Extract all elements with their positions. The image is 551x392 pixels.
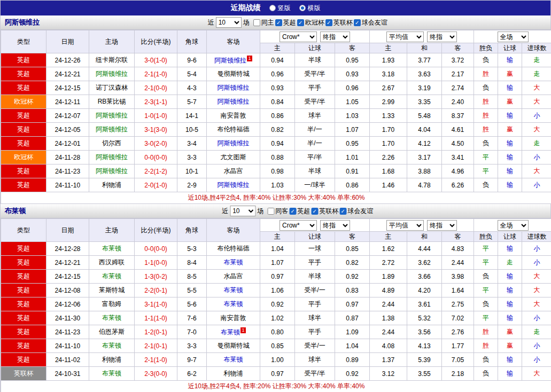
away-odds: 0.86 [335, 178, 370, 192]
odds-stage-select[interactable]: 终指 [320, 32, 350, 42]
away-team: 水晶宫 [207, 270, 260, 284]
checkbox-checked-icon: ✓ [297, 19, 304, 26]
match-date: 24-11-02 [46, 353, 89, 367]
avg-home-odds: 3.18 [370, 67, 407, 81]
corners: 8-4 [177, 256, 207, 270]
avg-away-odds: 2.75 [442, 297, 474, 311]
avg-away-odds: 8.37 [442, 109, 474, 123]
result-handicap: 赢 [498, 325, 522, 339]
red-card-badge: 1 [247, 56, 252, 61]
scope-select[interactable]: 全场 [498, 32, 529, 42]
away-team: 布莱顿 [207, 256, 260, 270]
home-team: 切尔西 [89, 137, 135, 151]
away-team: 布莱顿 [207, 284, 260, 297]
average-select[interactable]: 平均值 [386, 220, 424, 231]
match-count-select[interactable]: 10 [230, 206, 255, 216]
handicap-line: 受平/半 [295, 95, 335, 109]
result-handicap: 输 [498, 353, 522, 367]
checkbox-checked-icon: ✓ [339, 208, 346, 215]
away-odds: 0.85 [335, 242, 370, 256]
result-goals: 小 [522, 178, 551, 192]
bookmaker-select[interactable]: Crow* [280, 220, 317, 231]
result-goals: 小 [522, 242, 551, 256]
subcol-result-goals: 进球数 [522, 232, 551, 242]
match-date: 24-11-30 [46, 311, 89, 325]
league-badge: 英超 [1, 325, 46, 339]
home-odds: 0.82 [260, 123, 295, 137]
league-filter-checkbox[interactable]: ✓欧冠杯 [297, 18, 324, 27]
result-wdl: 负 [474, 53, 498, 67]
odds-stage-select[interactable]: 终指 [320, 220, 350, 231]
section-header: 阿斯顿维拉 近 10 场 同主✓英超✓欧冠杯✓英联杯✓球会友谊 [1, 15, 550, 30]
home-team: 阿斯顿维拉 [89, 123, 135, 137]
league-filter-checkbox[interactable]: ✓球会友谊 [354, 18, 387, 27]
matches-label: 场 [257, 207, 263, 216]
average-select[interactable]: 平均值 [386, 32, 424, 42]
result-handicap: 输 [498, 242, 522, 256]
result-handicap: 输 [498, 311, 522, 325]
avg-away-odds: 7.05 [442, 353, 474, 367]
away-odds: 0.92 [335, 367, 370, 381]
average-stage-select[interactable]: 终指 [427, 220, 457, 231]
col-header-date: 日期 [46, 219, 89, 242]
result-handicap: 输 [498, 109, 522, 123]
summary-row: 近10场,胜4平2负4, 胜率:40% 让胜率:30% 大率:40% 单率:60… [1, 192, 551, 204]
league-filter-checkbox[interactable]: ✓球会友谊 [339, 207, 373, 216]
league-filter-checkbox[interactable]: ✓英超 [289, 207, 310, 216]
scope-select[interactable]: 全场 [498, 220, 529, 231]
match-count-select[interactable]: 10 [216, 17, 242, 28]
away-odds: 1.04 [335, 339, 370, 353]
away-odds: 0.91 [335, 164, 370, 178]
league-badge: 英超 [1, 67, 46, 81]
away-odds: 0.93 [335, 67, 370, 81]
corners: 7-6 [177, 311, 207, 325]
league-filter-checkbox[interactable]: ✓英联杯 [325, 18, 353, 27]
avg-home-odds: 1.93 [370, 53, 407, 67]
score: 1-0(1-0) [135, 109, 177, 123]
col-header-date: 日期 [46, 30, 89, 53]
match-date: 24-11-10 [46, 178, 89, 192]
home-odds: 1.04 [260, 242, 295, 256]
avg-away-odds: 2.44 [442, 256, 474, 270]
result-goals: 大 [522, 95, 551, 109]
corners: 4-3 [177, 81, 207, 95]
handicap-line: 半/一 [295, 123, 335, 137]
layout-radio-horizontal[interactable]: 横版 [299, 4, 321, 13]
league-filter-checkbox[interactable]: ✓英超 [275, 18, 296, 27]
league-badge: 英联杯 [1, 367, 46, 381]
corners: 9-6 [177, 53, 207, 67]
corners: 5-3 [177, 242, 207, 256]
corners: 6-2 [177, 367, 207, 381]
average-stage-select[interactable]: 终指 [427, 32, 457, 42]
subcol-result-handicap: 让球 [498, 232, 522, 242]
league-filter-checkbox[interactable]: 同客 [267, 207, 288, 216]
result-wdl: 平 [474, 242, 498, 256]
score: 3-0(1-0) [135, 53, 177, 67]
layout-radio-vertical[interactable]: 竖版 [269, 4, 291, 13]
league-filter-checkbox[interactable]: ✓英联杯 [311, 207, 338, 216]
home-team: 布莱顿 [89, 311, 135, 325]
score: 2-1(1-0) [135, 67, 177, 81]
result-handicap: 输 [498, 53, 522, 67]
league-filter-checkbox[interactable]: 同主 [253, 18, 274, 27]
corners: 5-4 [177, 67, 207, 81]
handicap-line: 受半/一 [295, 339, 335, 353]
match-date: 24-12-21 [46, 256, 89, 270]
subcol-avg-home: 主 [370, 232, 407, 242]
handicap-line: 半球 [295, 164, 335, 178]
average-select-cell: 平均值 终指 [370, 219, 474, 232]
away-team: 布莱顿 [207, 297, 260, 311]
home-team: 富勒姆 [89, 297, 135, 311]
away-odds: 0.92 [335, 270, 370, 284]
subcol-odds-away: 客 [335, 232, 370, 242]
home-team: 利物浦 [89, 178, 135, 192]
subcol-avg-away: 客 [442, 232, 474, 242]
score: 3-1(1-0) [135, 297, 177, 311]
bookmaker-select[interactable]: Crow* [280, 32, 317, 42]
subcol-odds-away: 客 [335, 43, 370, 53]
matches-label: 场 [243, 18, 250, 27]
home-team: 利物浦 [89, 353, 135, 367]
league-badge: 英超 [1, 339, 46, 353]
away-team: 阿斯顿维拉 [207, 95, 260, 109]
checkbox-label: 英联杯 [333, 18, 353, 27]
